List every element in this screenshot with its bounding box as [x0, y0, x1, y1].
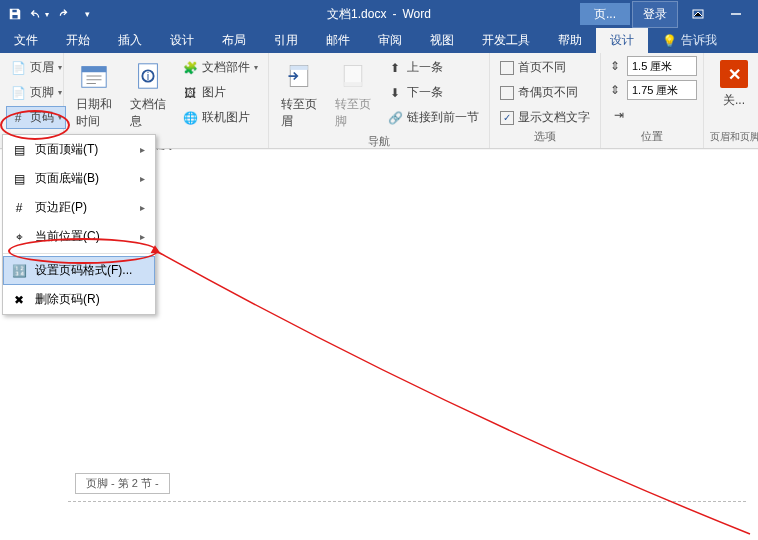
- page-number-format[interactable]: 🔢设置页码格式(F)...: [3, 256, 155, 285]
- close-header-footer-button[interactable]: ✕关...: [710, 56, 758, 130]
- next-section-button[interactable]: ⬇下一条: [383, 81, 483, 104]
- page-number-remove[interactable]: ✖删除页码(R): [3, 285, 155, 314]
- login-button[interactable]: 登录: [632, 1, 678, 28]
- parts-icon: 🧩: [182, 60, 198, 76]
- svg-rect-2: [82, 67, 106, 73]
- header-button[interactable]: 📄页眉▾: [6, 56, 66, 79]
- tab-icon: ⇥: [611, 107, 627, 123]
- picture-icon: 🖼: [182, 85, 198, 101]
- footer-icon: 📄: [10, 85, 26, 101]
- tell-me[interactable]: 💡告诉我: [648, 28, 731, 53]
- tab-header-footer-design[interactable]: 设计: [596, 28, 648, 53]
- tab-references[interactable]: 引用: [260, 28, 312, 53]
- svg-text:i: i: [147, 70, 150, 82]
- next-icon: ⬇: [387, 85, 403, 101]
- tab-mailings[interactable]: 邮件: [312, 28, 364, 53]
- link-icon: 🔗: [387, 110, 403, 126]
- tab-file[interactable]: 文件: [0, 28, 52, 53]
- picture-button[interactable]: 🖼图片: [178, 81, 262, 104]
- header-distance-icon: ⇕: [607, 58, 623, 74]
- footer-button[interactable]: 📄页脚▾: [6, 81, 66, 104]
- header-distance-input[interactable]: [627, 56, 697, 76]
- doc-filename: 文档1.docx: [327, 6, 386, 23]
- tab-help[interactable]: 帮助: [544, 28, 596, 53]
- link-previous-button[interactable]: 🔗链接到前一节: [383, 106, 483, 129]
- footer-distance-icon: ⇕: [607, 82, 623, 98]
- page-break-line: [68, 501, 746, 502]
- page-number-margins[interactable]: #页边距(P)▸: [3, 193, 155, 222]
- svg-rect-7: [290, 66, 308, 70]
- tab-home[interactable]: 开始: [52, 28, 104, 53]
- undo-icon[interactable]: ▾: [28, 3, 50, 25]
- minimize-icon[interactable]: [718, 3, 754, 25]
- page-number-icon: #: [10, 110, 26, 126]
- page-top-icon: ▤: [11, 142, 27, 158]
- page-number-button[interactable]: #页码▾: [6, 106, 66, 129]
- tab-insert[interactable]: 插入: [104, 28, 156, 53]
- page-number-bottom[interactable]: ▤页面底端(B)▸: [3, 164, 155, 193]
- ribbon-display-icon[interactable]: [680, 3, 716, 25]
- page-margin-icon: #: [11, 200, 27, 216]
- online-picture-icon: 🌐: [182, 110, 198, 126]
- online-picture-button[interactable]: 🌐联机图片: [178, 106, 262, 129]
- qat-customize-icon[interactable]: ▾: [76, 3, 98, 25]
- save-icon[interactable]: [4, 3, 26, 25]
- diff-first-page-checkbox[interactable]: 首页不同: [496, 56, 594, 79]
- insert-alignment-tab-button[interactable]: ⇥: [607, 104, 697, 126]
- group-label-nav: 导航: [275, 134, 483, 151]
- tab-layout[interactable]: 布局: [208, 28, 260, 53]
- current-pos-icon: ⌖: [11, 229, 27, 245]
- diff-odd-even-checkbox[interactable]: 奇偶页不同: [496, 81, 594, 104]
- footer-distance-input[interactable]: [627, 80, 697, 100]
- footer-section-tag: 页脚 - 第 2 节 -: [75, 473, 170, 494]
- page-bottom-icon: ▤: [11, 171, 27, 187]
- prev-section-button[interactable]: ⬆上一条: [383, 56, 483, 79]
- page-number-top[interactable]: ▤页面顶端(T)▸: [3, 135, 155, 164]
- redo-icon[interactable]: [52, 3, 74, 25]
- tab-review[interactable]: 审阅: [364, 28, 416, 53]
- doc-parts-button[interactable]: 🧩文档部件▾: [178, 56, 262, 79]
- svg-rect-9: [344, 82, 362, 86]
- header-icon: 📄: [10, 60, 26, 76]
- group-label-position: 位置: [607, 129, 697, 146]
- group-label-close: 页眉和页脚: [710, 130, 758, 146]
- goto-header-button[interactable]: 转至页眉: [275, 56, 323, 134]
- group-label-options: 选项: [496, 129, 594, 146]
- contextual-tab-header-footer[interactable]: 页...: [580, 3, 630, 25]
- goto-footer-icon: [337, 60, 369, 92]
- tab-design[interactable]: 设计: [156, 28, 208, 53]
- remove-icon: ✖: [11, 292, 27, 308]
- goto-header-icon: [283, 60, 315, 92]
- app-name: Word: [402, 7, 430, 21]
- tab-developer[interactable]: 开发工具: [468, 28, 544, 53]
- format-icon: 🔢: [11, 263, 27, 279]
- page-number-dropdown: ▤页面顶端(T)▸ ▤页面底端(B)▸ #页边距(P)▸ ⌖当前位置(C)▸ 🔢…: [2, 134, 156, 315]
- docinfo-icon: i: [132, 60, 164, 92]
- show-doc-text-checkbox[interactable]: 显示文档文字: [496, 106, 594, 129]
- prev-icon: ⬆: [387, 60, 403, 76]
- tab-view[interactable]: 视图: [416, 28, 468, 53]
- calendar-icon: [78, 60, 110, 92]
- close-x-icon: ✕: [720, 60, 748, 88]
- goto-footer-button: 转至页脚: [329, 56, 377, 134]
- page-number-current[interactable]: ⌖当前位置(C)▸: [3, 222, 155, 251]
